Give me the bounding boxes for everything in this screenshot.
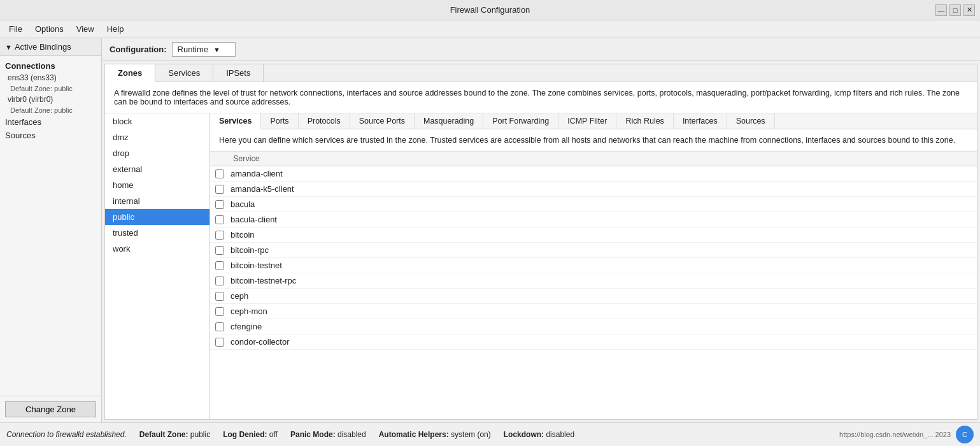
auto-helpers-value: system (on) [451,430,491,439]
url-info: https://blog.csdn.net/weixin_... 2023 [839,431,951,438]
menu-item-view[interactable]: View [70,23,101,35]
collapse-arrow-icon: ▼ [5,43,12,51]
maximize-button[interactable]: □ [949,4,961,16]
zone-item-block[interactable]: block [105,113,209,129]
detail-tab-rich-rules[interactable]: Rich Rules [616,113,673,129]
lockdown-label: Lockdown: [504,430,544,439]
services-description: Here you can define which services are t… [210,129,977,152]
service-row: ceph [210,289,977,304]
service-checkbox-amanda-k5-client[interactable] [215,185,224,194]
change-zone-button[interactable]: Change Zone [5,401,96,417]
zone-item-work[interactable]: work [105,241,209,257]
service-checkbox-ceph[interactable] [215,292,224,301]
menu-item-options[interactable]: Options [29,23,70,35]
service-row: amanda-client [210,166,977,182]
detail-panel: Services Ports Protocols Source Ports Ma… [210,113,977,419]
detail-tab-sources[interactable]: Sources [727,113,775,129]
service-row: bitcoin-testnet-rpc [210,273,977,289]
service-checkbox-bitcoin-testnet[interactable] [215,261,224,270]
zone-item-internal[interactable]: internal [105,193,209,209]
service-checkbox-bitcoin-testnet-rpc[interactable] [215,277,224,285]
detail-tab-port-forwarding[interactable]: Port Forwarding [483,113,558,129]
service-name-ceph: ceph [231,291,248,301]
status-bar: Connection to firewalld established. Def… [0,422,980,446]
service-checkbox-bacula[interactable] [215,200,224,209]
zone-item-drop[interactable]: drop [105,145,209,161]
panic-mode-status: Panic Mode: disabled [290,430,366,439]
sidebar: ▼ Active Bindings Connections ens33 (ens… [0,38,102,422]
main-layout: ▼ Active Bindings Connections ens33 (ens… [0,38,980,422]
log-denied-status: Log Denied: off [223,430,278,439]
log-denied-value: off [269,430,278,439]
service-name-bitcoin-testnet: bitcoin-testnet [231,261,282,270]
sidebar-item-sources[interactable]: Sources [0,129,101,142]
panic-mode-value: disabled [337,430,366,439]
service-name-cfengine: cfengine [231,322,262,331]
tab-zones[interactable]: Zones [105,64,155,82]
top-tabs: Zones Services IPSets [105,64,977,82]
sidebar-section: Connections ens33 (ens33) Default Zone: … [0,56,101,396]
zone-list: block dmz drop external home internal pu… [105,113,210,419]
connection-virbr0-name: virbr0 (virbr0) [0,94,101,105]
service-checkbox-condor-collector[interactable] [215,338,224,347]
detail-tab-protocols[interactable]: Protocols [299,113,350,129]
service-row: bitcoin-rpc [210,243,977,258]
service-row: bacula [210,197,977,212]
service-row: amanda-k5-client [210,182,977,197]
tab-services[interactable]: Services [155,64,213,82]
detail-tab-ports[interactable]: Ports [261,113,298,129]
log-denied-label: Log Denied: [223,430,267,439]
content-area: Configuration: Runtime ▼ Zones Services … [102,38,980,422]
service-name-bacula-client: bacula-client [231,215,277,224]
detail-tab-services[interactable]: Services [210,113,261,129]
service-name-amanda-k5-client: amanda-k5-client [231,184,294,194]
zone-item-public[interactable]: public [105,209,209,225]
service-checkbox-bitcoin[interactable] [215,231,224,240]
dropdown-arrow-icon: ▼ [213,46,220,54]
minimize-button[interactable]: — [935,4,947,16]
detail-tabs: Services Ports Protocols Source Ports Ma… [210,113,977,129]
service-name-bitcoin-testnet-rpc: bitcoin-testnet-rpc [231,276,296,285]
zone-item-external[interactable]: external [105,161,209,177]
detail-tab-icmp-filter[interactable]: ICMP Filter [558,113,616,129]
service-checkbox-ceph-mon[interactable] [215,307,224,316]
connection-ens33-zone: Default Zone: public [0,83,101,94]
default-zone-label: Default Zone: [139,430,188,439]
service-checkbox-bacula-client[interactable] [215,215,224,224]
configuration-dropdown[interactable]: Runtime ▼ [172,42,236,57]
service-name-bacula: bacula [231,199,255,209]
zone-item-trusted[interactable]: trusted [105,225,209,241]
service-name-amanda-client: amanda-client [231,169,283,178]
active-bindings-label: Active Bindings [15,42,71,52]
user-avatar: C [956,426,974,443]
zones-detail: block dmz drop external home internal pu… [105,113,977,419]
window-title: Firewall Configuration [450,5,530,15]
panic-mode-label: Panic Mode: [290,430,336,439]
zone-item-home[interactable]: home [105,177,209,193]
detail-tab-interfaces[interactable]: Interfaces [674,113,727,129]
status-right: https://blog.csdn.net/weixin_... 2023 C [839,426,974,443]
service-name-bitcoin: bitcoin [231,230,255,240]
service-row: bitcoin [210,227,977,243]
detail-tab-source-ports[interactable]: Source Ports [350,113,415,129]
service-checkbox-amanda-client[interactable] [215,169,224,178]
service-checkbox-bitcoin-rpc[interactable] [215,246,224,255]
sidebar-footer: Change Zone [0,396,101,422]
close-button[interactable]: ✕ [963,4,975,16]
services-table-header: Service [210,152,977,166]
sidebar-item-interfaces[interactable]: Interfaces [0,115,101,129]
service-row: bitcoin-testnet [210,258,977,273]
menu-bar: FileOptionsViewHelp [0,20,980,38]
detail-tab-masquerading[interactable]: Masquerading [415,113,483,129]
connection-virbr0-zone: Default Zone: public [0,105,101,115]
window-controls: — □ ✕ [935,4,975,16]
menu-item-help[interactable]: Help [101,23,131,35]
connections-label: Connections [0,59,101,72]
menu-item-file[interactable]: File [3,23,29,35]
configuration-label: Configuration: [110,45,167,54]
service-name-condor-collector: condor-collector [231,337,290,347]
default-zone-status: Default Zone: public [139,430,210,439]
tab-ipsets[interactable]: IPSets [213,64,264,82]
service-checkbox-cfengine[interactable] [215,322,224,331]
zone-item-dmz[interactable]: dmz [105,129,209,145]
